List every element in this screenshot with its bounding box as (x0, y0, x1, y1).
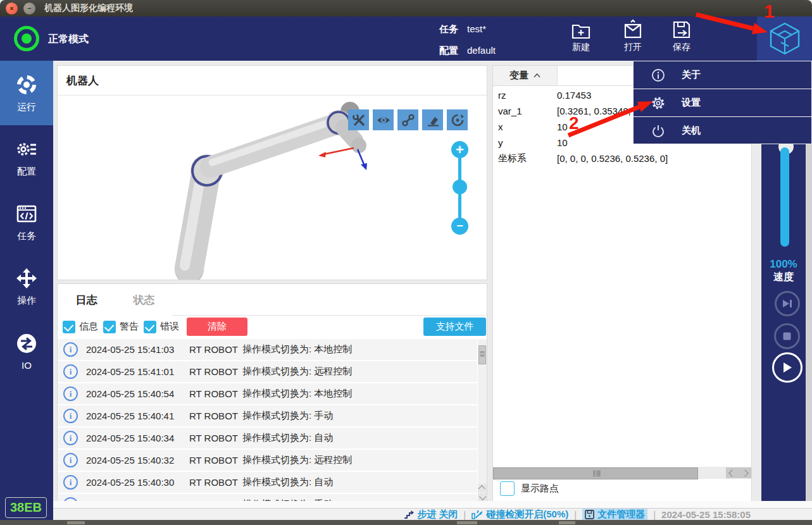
sidebar-item-label: 运行 (17, 101, 36, 113)
task-label: 任务 (439, 23, 458, 35)
save-icon (671, 19, 692, 40)
log-row[interactable]: 2024-05-25 15:40:54 RT ROBOT 操作模式切换为: 本地… (58, 383, 477, 404)
tab-log[interactable]: 日志 (58, 284, 116, 316)
open-task-button[interactable]: 打开 (615, 19, 651, 58)
log-row[interactable]: 2024-05-25 15:40:34 RT ROBOT 操作模式切换为: 自动 (58, 428, 477, 448)
log-source: RT ROBOT (189, 344, 242, 355)
bottom-window-edge (0, 520, 812, 525)
log-filter-row: 信息 警告 错误 清除 (58, 316, 487, 338)
log-list[interactable]: 2024-05-25 15:41:03 RT ROBOT 操作模式切换为: 本地… (58, 339, 477, 502)
info-icon (651, 68, 665, 82)
mode-indicator-icon (14, 26, 39, 51)
tools-icon (352, 113, 366, 127)
view-rotate-button[interactable] (447, 109, 468, 130)
bottom-edge-block (559, 521, 575, 524)
eye-icon (376, 113, 391, 128)
collision-status[interactable]: 碰撞检测开启(50%) (472, 509, 568, 521)
config-row: 配置 default (439, 45, 496, 57)
speed-slider-track[interactable] (780, 147, 789, 247)
warning-checkbox[interactable] (103, 321, 116, 333)
sidebar-item-task[interactable]: 任务 (0, 190, 53, 254)
file-manager-label: 文件管理器 (597, 509, 645, 521)
menu-item-about[interactable]: 关于 (634, 61, 811, 89)
variable-value: 10 (557, 137, 568, 148)
robot-programming-app: 机器人图形化编程环境 正常模式 任务 test* 配置 default 新建 打… (0, 0, 812, 525)
gear-icon (651, 96, 665, 110)
info-checkbox[interactable] (63, 321, 75, 333)
window-titlebar: 机器人图形化编程环境 (0, 0, 812, 16)
log-row[interactable]: 2024-05-25 15:41:03 RT ROBOT 操作模式切换为: 本地… (58, 339, 477, 360)
save-task-button[interactable]: 保存 (664, 19, 699, 58)
log-scroll-down-button[interactable] (478, 493, 487, 501)
play-button[interactable] (772, 352, 803, 383)
skip-icon (782, 299, 792, 308)
log-row[interactable]: 2024-05-25 15:40:30 RT ROBOT 操作模式切换为: 自动 (58, 472, 477, 493)
filter-warning[interactable]: 警告 (103, 321, 139, 333)
log-timestamp: 2024-05-25 15:40:30 (86, 477, 189, 488)
collision-icon (472, 509, 483, 519)
info-icon (63, 342, 78, 357)
new-task-button[interactable]: 新建 (563, 19, 599, 58)
log-message: 操作模式切换为: 本地控制 (242, 343, 477, 355)
io-swap-icon (15, 332, 38, 355)
log-row[interactable]: 2024-05-25 15:40:32 RT ROBOT 操作模式切换为: 远程… (58, 450, 477, 471)
path-icon (401, 113, 416, 128)
sidebar-item-run[interactable]: 运行 (0, 61, 53, 125)
info-icon (63, 431, 78, 445)
sidebar-item-config[interactable]: 配置 (0, 125, 53, 190)
clear-log-button[interactable]: 清除 (187, 318, 247, 336)
stop-button[interactable] (774, 323, 800, 349)
menu-item-shutdown[interactable]: 关机 (634, 117, 811, 144)
view-eraser-button[interactable] (422, 109, 443, 130)
log-source: RT ROBOT (189, 477, 242, 488)
zoom-out-button[interactable] (451, 218, 468, 235)
variables-hscrollbar-thumb[interactable] (493, 467, 698, 479)
log-row[interactable]: 2024-05-25 15:40:41 RT ROBOT 操作模式切换为: 手动 (58, 405, 477, 426)
window-minimize-button[interactable] (23, 3, 35, 15)
log-source: RT ROBOT (189, 455, 242, 466)
eraser-icon (425, 113, 440, 128)
hscroll-left-button[interactable] (726, 467, 739, 478)
view-path-button[interactable] (397, 109, 418, 130)
filter-error[interactable]: 错误 (144, 321, 179, 333)
error-checkbox[interactable] (144, 321, 156, 333)
step-mode-icon (403, 510, 414, 519)
log-timestamp: 2024-05-25 15:40:34 (86, 433, 189, 443)
status-badge: 38EB (5, 497, 47, 518)
log-row[interactable]: 2024-05-25 15:41:01 RT ROBOT 操作模式切换为: 远程… (58, 361, 477, 382)
sidebar-item-label: 任务 (17, 230, 36, 242)
zoom-slider-handle[interactable] (453, 180, 467, 194)
window-close-button[interactable] (6, 3, 18, 15)
step-mode-status[interactable]: 步进 关闭 (403, 509, 458, 521)
view-visibility-button[interactable] (373, 109, 394, 130)
hscroll-right-button[interactable] (739, 467, 751, 478)
status-separator: | (574, 509, 577, 520)
tab-status[interactable]: 状态 (115, 284, 173, 316)
rotate-icon (450, 113, 465, 128)
open-file-icon (622, 19, 644, 40)
view-tools-button[interactable] (348, 109, 369, 130)
config-label: 配置 (439, 45, 458, 57)
menu-item-settings[interactable]: 设置 (634, 89, 811, 117)
menu-item-label: 关机 (682, 125, 701, 137)
zoom-in-button[interactable] (451, 141, 468, 158)
variables-header-cell[interactable]: 变量 (493, 66, 558, 85)
log-scrollbar-thumb[interactable] (478, 345, 486, 364)
filter-info[interactable]: 信息 (63, 321, 98, 333)
log-scroll-up-button[interactable] (478, 484, 487, 492)
variable-row[interactable]: 坐标系 [0, 0, 0, 0.5236, 0.5236, 0] (493, 151, 751, 166)
play-icon (782, 362, 792, 373)
move-arrows-icon (15, 267, 38, 290)
variable-value: [0, 0, 0, 0.5236, 0.5236, 0] (557, 153, 668, 164)
speed-percent: 100% (761, 258, 806, 271)
step-forward-button[interactable] (775, 291, 800, 316)
show-waypoints-checkbox[interactable] (500, 481, 515, 496)
task-value: test* (467, 23, 486, 35)
show-waypoints-row[interactable]: 显示路点 (500, 481, 559, 496)
sidebar-item-operate[interactable]: 操作 (0, 254, 53, 319)
file-manager-button[interactable]: 文件管理器 (582, 509, 647, 520)
app-menu-button[interactable] (757, 16, 812, 61)
support-file-button[interactable]: 支持文件 (423, 318, 486, 336)
sidebar-item-io[interactable]: IO (0, 319, 53, 383)
save-task-label: 保存 (673, 42, 690, 53)
